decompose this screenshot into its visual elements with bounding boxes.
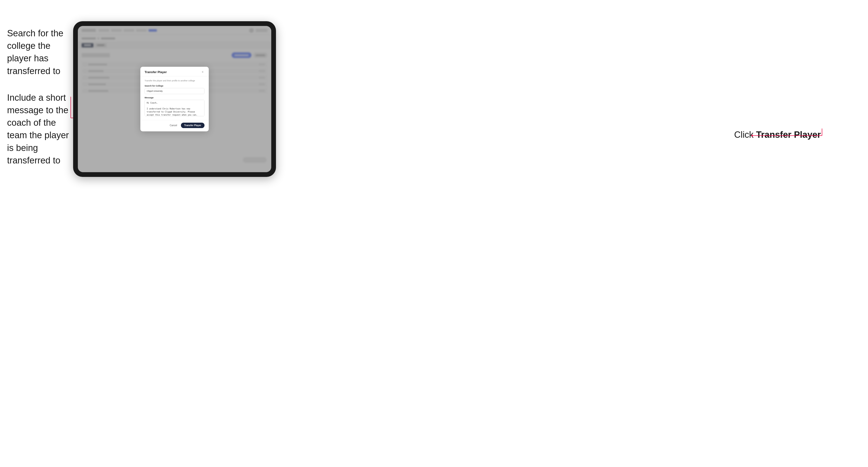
annotation-message: Include a short message to the coach of … — [7, 92, 73, 167]
search-college-label: Search for College — [145, 85, 205, 87]
annotation-right-text: Click — [734, 130, 756, 139]
annotation-right-bold: Transfer Player — [756, 130, 821, 139]
modal-body: Transfer the player and their profile to… — [140, 76, 209, 120]
search-college-input[interactable] — [145, 88, 205, 94]
modal-close-button[interactable]: × — [201, 70, 205, 74]
cancel-button[interactable]: Cancel — [168, 123, 179, 128]
modal-header: Transfer Player × — [140, 67, 209, 76]
message-label: Message — [145, 96, 205, 99]
annotation-left: Search for the college the player has tr… — [7, 27, 73, 181]
tablet-device: Transfer Player × Transfer the player an… — [73, 21, 276, 177]
modal-title: Transfer Player — [145, 70, 167, 74]
annotation-right: Click Transfer Player — [734, 130, 821, 140]
message-textarea[interactable]: Hi Coach, I understand Chris Robertson h… — [145, 100, 205, 116]
tablet-screen: Transfer Player × Transfer the player an… — [78, 26, 271, 172]
modal-subtitle: Transfer the player and their profile to… — [145, 79, 205, 82]
modal-overlay: Transfer Player × Transfer the player an… — [78, 26, 271, 172]
annotation-search: Search for the college the player has tr… — [7, 27, 73, 77]
transfer-player-modal: Transfer Player × Transfer the player an… — [140, 67, 209, 131]
modal-footer: Cancel Transfer Player — [140, 120, 209, 131]
transfer-player-button[interactable]: Transfer Player — [181, 123, 205, 128]
